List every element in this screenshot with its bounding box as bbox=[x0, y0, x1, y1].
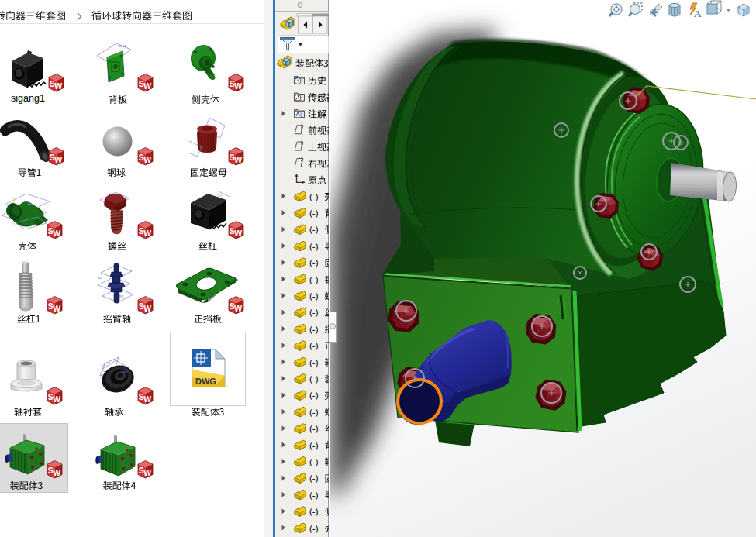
svg-text:(-): (-) bbox=[309, 473, 319, 483]
svg-text:(-): (-) bbox=[309, 208, 319, 218]
svg-text:(-): (-) bbox=[309, 424, 319, 433]
svg-text:A: A bbox=[295, 111, 300, 118]
svg-text:(-): (-) bbox=[309, 291, 319, 301]
svg-text:(-): (-) bbox=[309, 242, 319, 251]
svg-text:(-): (-) bbox=[309, 225, 319, 234]
svg-text:A: A bbox=[694, 8, 702, 19]
svg-text:(-): (-) bbox=[309, 192, 319, 201]
svg-text:(-): (-) bbox=[309, 374, 319, 384]
svg-text:(-): (-) bbox=[309, 507, 319, 516]
svg-text:(-): (-) bbox=[309, 408, 319, 417]
svg-text:(-): (-) bbox=[309, 275, 319, 284]
svg-text:(-): (-) bbox=[309, 441, 319, 450]
svg-text:(-): (-) bbox=[309, 524, 319, 533]
svg-text:(-): (-) bbox=[309, 391, 319, 400]
svg-text:(-): (-) bbox=[309, 308, 319, 317]
svg-text:(-): (-) bbox=[309, 358, 319, 367]
svg-text:(-): (-) bbox=[309, 258, 319, 267]
svg-text:(-): (-) bbox=[309, 325, 319, 334]
svg-text:(-): (-) bbox=[309, 491, 319, 500]
svg-text:(-): (-) bbox=[309, 457, 319, 466]
svg-text:(-): (-) bbox=[309, 341, 319, 350]
